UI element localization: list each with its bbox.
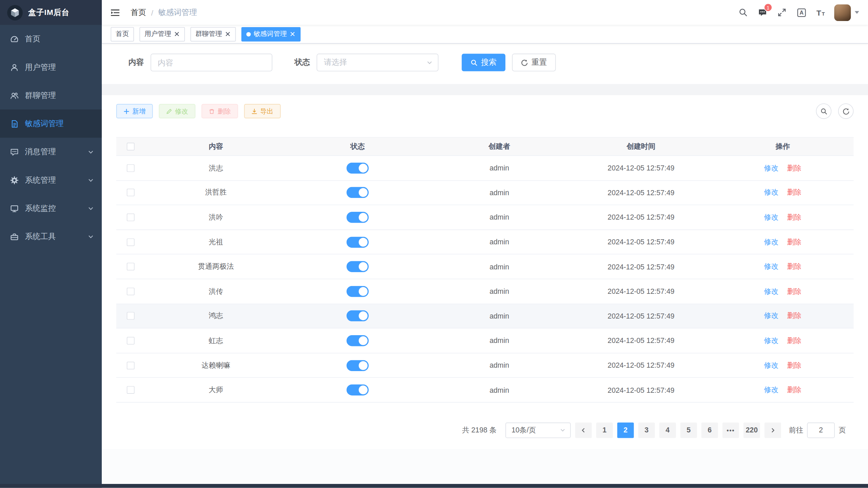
select-all-checkbox[interactable] [127, 143, 135, 150]
page-button-1[interactable]: 1 [596, 423, 613, 438]
row-checkbox[interactable] [127, 214, 135, 221]
cell-actions: 修改 删除 [712, 311, 854, 321]
toolbox-icon [10, 232, 19, 241]
row-edit-link[interactable]: 修改 [764, 361, 778, 369]
search-button[interactable]: 搜索 [462, 54, 505, 71]
tabs-bar: 首页 用户管理 群聊管理 敏感词管理 [102, 25, 868, 43]
fullscreen-button[interactable] [772, 0, 792, 25]
row-checkbox[interactable] [127, 164, 135, 172]
row-checkbox[interactable] [127, 263, 135, 270]
avatar[interactable] [834, 4, 851, 21]
app-logo: 盒子IM后台 [0, 0, 102, 25]
status-toggle[interactable] [347, 261, 369, 272]
row-checkbox[interactable] [127, 312, 135, 320]
page-button-2-active[interactable]: 2 [617, 423, 634, 438]
row-checkbox[interactable] [127, 386, 135, 394]
status-toggle[interactable] [347, 187, 369, 198]
toggle-search-button[interactable] [816, 103, 832, 119]
row-edit-link[interactable]: 修改 [764, 386, 778, 394]
refresh-table-button[interactable] [838, 103, 854, 119]
header-message-button[interactable]: 1 [753, 0, 772, 25]
row-delete-link[interactable]: 删除 [787, 238, 801, 246]
header-search-button[interactable] [733, 0, 753, 25]
status-filter-select[interactable]: 请选择 [317, 54, 439, 71]
cell-status [287, 212, 428, 223]
layout-size-button[interactable]: A [792, 0, 812, 25]
status-toggle[interactable] [347, 310, 369, 322]
sidebar-item-message-management[interactable]: 消息管理 [0, 138, 102, 166]
content-filter-input[interactable] [151, 54, 272, 71]
status-toggle[interactable] [347, 360, 369, 371]
row-edit-link[interactable]: 修改 [764, 287, 778, 295]
sidebar-item-user-management[interactable]: 用户管理 [0, 53, 102, 81]
table-row: 洪传 admin 2024-12-05 12:57:49 修改 删除 [116, 279, 854, 304]
tab-home[interactable]: 首页 [111, 27, 134, 41]
row-edit-link[interactable]: 修改 [764, 213, 778, 221]
row-delete-link[interactable]: 删除 [787, 164, 801, 172]
table-row: 鸿志 admin 2024-12-05 12:57:49 修改 删除 [116, 304, 854, 329]
toggle-knob [359, 311, 368, 320]
close-icon[interactable] [225, 31, 231, 37]
tab-group-management[interactable]: 群聊管理 [190, 27, 236, 41]
row-checkbox[interactable] [127, 337, 135, 345]
page-button-3[interactable]: 3 [638, 423, 655, 438]
page-size-select[interactable]: 10条/页 [505, 423, 571, 438]
search-button-label: 搜索 [481, 58, 497, 67]
row-delete-link[interactable]: 删除 [787, 188, 801, 197]
status-toggle[interactable] [347, 384, 369, 395]
reset-button[interactable]: 重置 [512, 54, 556, 71]
row-checkbox[interactable] [127, 189, 135, 197]
page-button-220[interactable]: 220 [744, 423, 760, 438]
status-toggle[interactable] [347, 237, 369, 248]
page-button-5[interactable]: 5 [680, 423, 697, 438]
prev-page-button[interactable] [575, 423, 592, 438]
row-checkbox[interactable] [127, 238, 135, 246]
sidebar-item-system-management[interactable]: 系统管理 [0, 166, 102, 194]
status-toggle[interactable] [347, 212, 369, 223]
tab-sensitive-words[interactable]: 敏感词管理 [242, 27, 301, 41]
add-button[interactable]: 新增 [116, 104, 153, 118]
row-edit-link[interactable]: 修改 [764, 311, 778, 320]
row-delete-link[interactable]: 删除 [787, 311, 801, 320]
row-edit-link[interactable]: 修改 [764, 188, 778, 197]
goto-page-input[interactable] [807, 423, 835, 438]
row-edit-link[interactable]: 修改 [764, 238, 778, 246]
status-toggle[interactable] [347, 335, 369, 346]
status-toggle[interactable] [347, 286, 369, 297]
sidebar-item-home[interactable]: 首页 [0, 25, 102, 53]
status-toggle[interactable] [347, 162, 369, 174]
page-button-6[interactable]: 6 [701, 423, 718, 438]
row-checkbox[interactable] [127, 362, 135, 369]
row-delete-link[interactable]: 删除 [787, 213, 801, 221]
toggle-knob [359, 262, 368, 271]
row-delete-link[interactable]: 删除 [787, 361, 801, 369]
row-checkbox[interactable] [127, 287, 135, 295]
row-delete-link[interactable]: 删除 [787, 287, 801, 295]
collapse-sidebar-button[interactable] [110, 7, 121, 18]
delete-button[interactable]: 删除 [201, 104, 238, 118]
row-delete-link[interactable]: 删除 [787, 262, 801, 270]
sidebar-item-system-monitor[interactable]: 系统监控 [0, 194, 102, 222]
font-size-button[interactable]: TT [811, 0, 830, 25]
row-edit-link[interactable]: 修改 [764, 164, 778, 172]
sidebar-item-label: 系统管理 [25, 175, 81, 185]
tab-user-management[interactable]: 用户管理 [139, 27, 185, 41]
chevron-down-icon [426, 59, 433, 66]
row-delete-link[interactable]: 删除 [787, 336, 801, 344]
close-icon[interactable] [174, 31, 180, 37]
page-button-4[interactable]: 4 [659, 423, 676, 438]
edit-button[interactable]: 修改 [159, 104, 195, 118]
cell-status [287, 261, 428, 272]
close-icon[interactable] [290, 31, 296, 37]
row-edit-link[interactable]: 修改 [764, 262, 778, 270]
sidebar-item-system-tools[interactable]: 系统工具 [0, 222, 102, 250]
user-menu[interactable] [834, 4, 859, 21]
row-delete-link[interactable]: 删除 [787, 386, 801, 394]
page-ellipsis-button[interactable]: ••• [722, 423, 739, 438]
next-page-button[interactable] [765, 423, 781, 438]
sidebar-item-group-management[interactable]: 群聊管理 [0, 81, 102, 109]
export-button[interactable]: 导出 [244, 104, 281, 118]
sidebar-item-sensitive-words[interactable]: 敏感词管理 [0, 109, 102, 138]
row-edit-link[interactable]: 修改 [764, 336, 778, 344]
breadcrumb-home[interactable]: 首页 [131, 7, 146, 17]
